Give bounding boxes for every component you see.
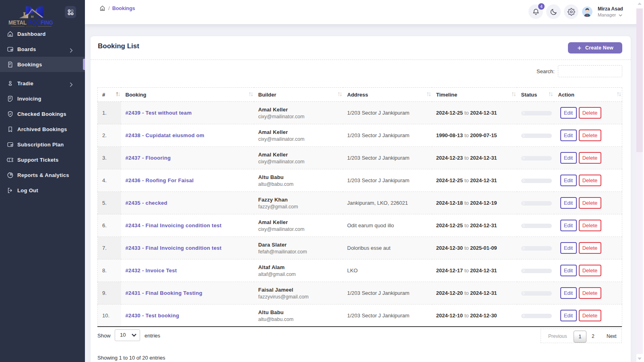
svg-text:METAL: METAL bbox=[8, 19, 27, 26]
svg-text:ROOFING: ROOFING bbox=[29, 19, 53, 26]
